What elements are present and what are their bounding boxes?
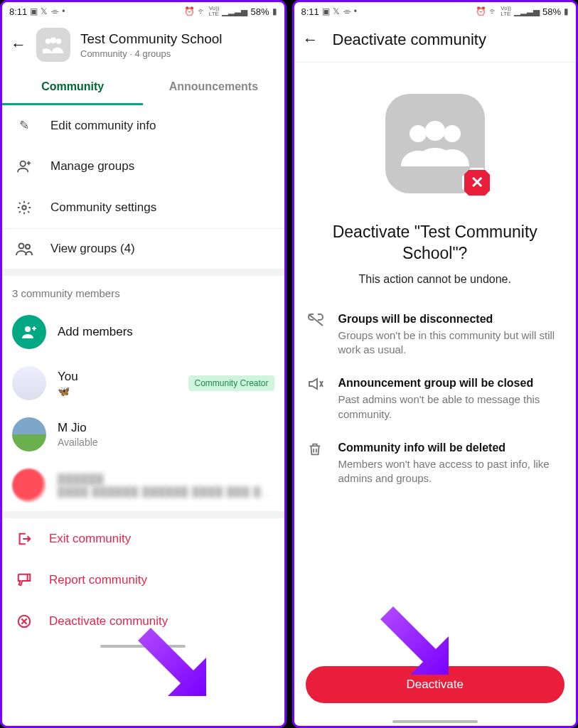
bullet-title: Groups will be disconnected (338, 313, 564, 326)
svg-point-2 (56, 38, 62, 44)
megaphone-off-icon (307, 377, 326, 422)
add-members-icon (12, 315, 46, 349)
svg-point-11 (444, 125, 461, 142)
bullet-desc: Groups won't be in this community but wi… (338, 328, 564, 358)
svg-point-4 (22, 205, 26, 210)
add-members-label: Add members (58, 325, 133, 339)
row-deactivate-community[interactable]: Deactivate community (2, 601, 284, 642)
tab-announcements[interactable]: Announcements (143, 70, 284, 105)
alarm-icon: ⏰ (184, 6, 195, 16)
bullet-title: Announcement group will be closed (338, 377, 564, 390)
status-battery: 58% (250, 6, 269, 17)
row-label: View groups (4) (50, 242, 135, 256)
wifi-icon: ᯤ (489, 6, 498, 16)
battery-icon: ▮ (272, 6, 277, 16)
deactivate-subtitle: This action cannot be undone. (307, 273, 564, 286)
creator-badge: Community Creator (188, 375, 274, 391)
row-label: Deactivate community (49, 614, 168, 628)
row-label: Exit community (49, 532, 131, 546)
row-label: Report community (49, 573, 147, 587)
svg-point-5 (19, 244, 24, 249)
svg-point-9 (410, 125, 427, 142)
gallery-icon: ▣ (30, 6, 38, 16)
bullet-disconnect: Groups will be disconnected Groups won't… (307, 306, 564, 370)
status-bar: 8:11 ▣ 𝕏 ⌯ • ⏰ ᯤ Vo))LTE ▁▂▃▅ 58% ▮ (294, 2, 577, 21)
member-name: ██████ (58, 473, 274, 485)
row-label: Manage groups (50, 159, 134, 173)
status-time: 8:11 (9, 6, 27, 17)
unlink-icon (307, 313, 326, 358)
person-plus-icon (15, 159, 33, 174)
member-status: ████ ██████ ██████ ████ ███ ███… (58, 486, 274, 498)
svg-point-0 (46, 38, 51, 44)
header-title: Deactivate community (333, 31, 486, 49)
thumbs-down-icon (15, 572, 33, 588)
x-badge-icon: ✕ (462, 168, 492, 198)
community-avatar-large: ✕ (385, 94, 485, 193)
status-bar: 8:11 ▣ 𝕏 ⌯ • ⏰ ᯤ Vo))LTE ▁▂▃▅ 58% ▮ (2, 2, 284, 21)
gear-icon (15, 200, 33, 215)
dot-icon: • (354, 6, 357, 16)
tab-community[interactable]: Community (2, 70, 143, 105)
member-you[interactable]: You 🦋 Community Creator (2, 358, 284, 409)
status-time: 8:11 (301, 6, 319, 17)
row-report-community[interactable]: Report community (2, 560, 284, 601)
nav-bar (2, 642, 284, 651)
community-header: ← Test Community School Community · 4 gr… (2, 21, 284, 70)
bullet-desc: Past admins won't be able to message thi… (338, 392, 564, 422)
avatar (12, 366, 46, 400)
bug-icon: ⌯ (343, 6, 351, 16)
avatar (12, 469, 46, 503)
row-manage-groups[interactable]: Manage groups (2, 146, 284, 187)
bullet-title: Community info will be deleted (338, 441, 564, 454)
gallery-icon: ▣ (322, 6, 330, 16)
pencil-icon: ✎ (15, 118, 33, 133)
row-add-members[interactable]: Add members (2, 306, 284, 358)
row-view-groups[interactable]: View groups (4) (2, 229, 284, 269)
deactivate-header: ← Deactivate community (294, 21, 577, 63)
alarm-icon: ⏰ (476, 6, 486, 16)
svg-point-6 (26, 245, 30, 249)
trash-icon (307, 441, 326, 486)
circle-x-icon (15, 614, 33, 629)
right-screenshot: 8:11 ▣ 𝕏 ⌯ • ⏰ ᯤ Vo))LTE ▁▂▃▅ 58% ▮ ← De… (292, 0, 579, 728)
bullet-desc: Members won't have access to past info, … (338, 457, 564, 486)
svg-point-3 (21, 161, 26, 166)
row-label: Community settings (50, 200, 156, 215)
back-icon[interactable]: ← (11, 36, 26, 54)
nav-bar (294, 717, 577, 726)
row-exit-community[interactable]: Exit community (2, 518, 284, 560)
deactivate-button[interactable]: Deactivate (306, 666, 565, 703)
signal-icon: ▁▂▃▅ (514, 6, 540, 16)
bullet-announcement: Announcement group will be closed Past a… (307, 370, 564, 434)
row-community-settings[interactable]: Community settings (2, 187, 284, 228)
bug-icon: ⌯ (50, 6, 59, 16)
svg-point-1 (50, 37, 57, 43)
battery-icon: ▮ (564, 6, 569, 16)
community-subtitle: Community · 4 groups (80, 48, 276, 59)
svg-point-10 (425, 121, 445, 141)
x-icon: 𝕏 (41, 6, 48, 16)
member-status: Available (58, 437, 98, 448)
signal-icon: ▁▂▃▅ (222, 6, 247, 16)
member-name: M Jio (58, 421, 98, 435)
member-redacted[interactable]: ██████ ████ ██████ ██████ ████ ███ ███… (2, 460, 284, 511)
back-icon[interactable]: ← (303, 31, 319, 49)
wifi-icon: ᯤ (198, 6, 206, 16)
volte-icon: Vo))LTE (209, 6, 220, 17)
row-label: Edit community info (50, 119, 156, 133)
row-edit-community-info[interactable]: ✎ Edit community info (2, 105, 284, 146)
members-header: 3 community members (2, 276, 284, 306)
member-name: You (58, 370, 177, 384)
member-status: 🦋 (58, 385, 177, 397)
volte-icon: Vo))LTE (501, 6, 511, 17)
member-mjio[interactable]: M Jio Available (2, 409, 284, 460)
people-icon (15, 242, 33, 256)
tabs: Community Announcements (2, 70, 284, 105)
community-title: Test Community School (80, 31, 276, 47)
x-icon: 𝕏 (333, 6, 340, 16)
deactivate-title: Deactivate "Test Community School"? (311, 222, 560, 264)
dot-icon: • (62, 6, 65, 16)
bullet-delete: Community info will be deleted Members w… (307, 434, 564, 499)
community-avatar[interactable] (36, 28, 70, 62)
